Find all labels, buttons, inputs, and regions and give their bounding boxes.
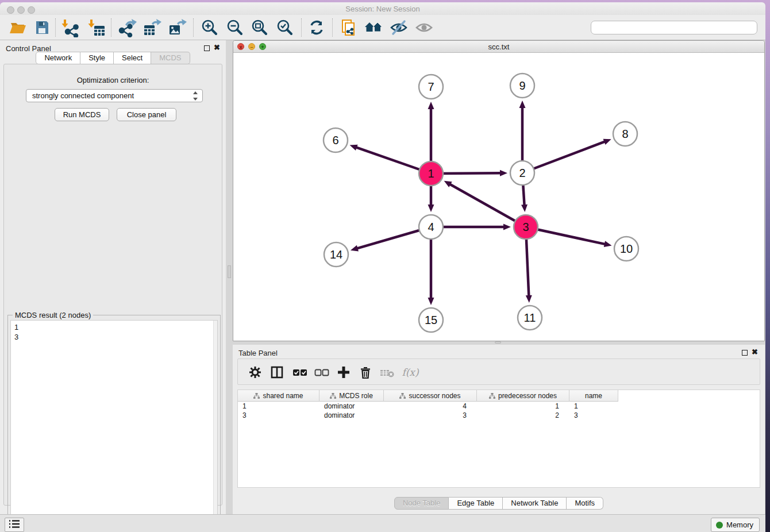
column-header-predecessor-nodes[interactable]: predecessor nodes [477,390,569,402]
arrowhead-4-3 [503,224,511,230]
mcds-result-group: MCDS result (2 nodes) 1 3 [7,315,221,532]
graph-node-1[interactable]: 1 [419,161,443,186]
table-settings-button[interactable] [246,364,264,381]
cell-MCDS-role[interactable]: dominator [319,411,384,420]
gear-icon [248,365,262,379]
hide-selected-button[interactable] [388,18,409,37]
cell-MCDS-role[interactable]: dominator [319,402,384,411]
result-scrollbar[interactable] [213,321,217,529]
edge-2-8[interactable] [522,141,605,173]
import-table-button[interactable] [86,18,107,37]
graph-node-15[interactable]: 15 [419,308,443,332]
column-type-icon [253,393,260,399]
show-hidden-button[interactable] [414,18,434,37]
close-panel-icon[interactable]: ✖ [214,43,220,52]
home-icon [364,18,383,37]
vertical-splitter-grip[interactable] [228,265,231,278]
node-table: shared nameMCDS rolesuccessor nodesprede… [237,390,760,488]
node-label: 6 [332,134,338,147]
zoom-in-icon [199,18,219,37]
graph-node-3[interactable]: 3 [514,215,538,239]
delete-column-button[interactable] [356,364,375,381]
graph-node-11[interactable]: 11 [518,306,542,330]
tab-network-table[interactable]: Network Table [503,497,567,510]
float-panel-icon[interactable] [742,350,748,356]
zoom-out-icon [225,18,244,37]
cell-predecessor-nodes[interactable]: 2 [477,411,569,420]
edge-3-1[interactable] [449,184,526,227]
export-table-button[interactable] [141,18,162,37]
arrowhead-3-10 [604,241,612,247]
task-history-button[interactable] [5,518,24,532]
cell-successor-nodes[interactable]: 3 [384,411,477,420]
export-image-button[interactable] [167,18,187,37]
tab-edge-table[interactable]: Edge Table [449,497,503,510]
delete-table-button[interactable] [378,364,396,381]
memory-button[interactable]: Memory [711,518,760,532]
column-options-button[interactable] [268,364,286,381]
search-input[interactable] [591,21,757,34]
column-header-name[interactable]: name [569,390,618,402]
cell-shared-name[interactable]: 3 [238,411,319,420]
horizontal-splitter-grip[interactable] [495,341,501,344]
column-label: MCDS role [339,392,373,400]
create-column-button[interactable] [334,364,353,381]
graph-node-4[interactable]: 4 [419,215,443,239]
run-mcds-button[interactable]: Run MCDS [55,108,109,121]
tab-style[interactable]: Style [80,52,114,64]
column-header-MCDS-role[interactable]: MCDS role [319,390,384,402]
tab-select[interactable]: Select [114,52,151,64]
node-label: 2 [519,167,525,179]
graph-node-9[interactable]: 9 [510,74,534,98]
network-window-titlebar: x – + scc.txt [233,41,764,53]
tab-motifs[interactable]: Motifs [567,497,603,510]
close-panel-icon[interactable]: ✖ [752,348,758,356]
zoom-out-button[interactable] [224,18,245,37]
select-all-columns-button[interactable] [291,364,309,381]
tab-mcds[interactable]: MCDS [151,52,190,64]
cell-successor-nodes[interactable]: 4 [384,402,477,411]
zoom-selected-button[interactable] [274,18,295,37]
column-header-successor-nodes[interactable]: successor nodes [384,390,477,402]
open-session-button[interactable] [7,18,28,37]
column-header-shared-name[interactable]: shared name [238,390,319,402]
graph-node-8[interactable]: 8 [613,122,637,146]
plus-icon [337,365,351,379]
graph-node-2[interactable]: 2 [510,161,534,185]
table-row: 1dominator411 [238,402,760,411]
zoom-fit-button[interactable] [249,18,270,37]
node-label: 3 [522,221,529,233]
arrowhead-4-14 [351,245,359,252]
import-table-icon [87,18,106,37]
cell-name[interactable]: 3 [569,411,618,420]
graph-node-7[interactable]: 7 [419,75,443,99]
network-canvas[interactable]: 7968124314101511 [233,53,764,341]
function-builder-button[interactable]: f(x) [399,364,422,381]
tab-network[interactable]: Network [36,52,80,64]
cell-predecessor-nodes[interactable]: 1 [477,402,569,411]
graph-node-10[interactable]: 10 [614,237,638,261]
node-label: 10 [620,242,633,255]
criterion-select[interactable]: strongly connected component [26,89,203,102]
window-title: Session: New Session [0,5,765,13]
cell-name[interactable]: 1 [569,402,618,411]
apply-layout-button[interactable] [306,18,327,37]
import-network-button[interactable] [60,18,80,37]
mcds-result-area[interactable]: 1 3 [10,320,218,529]
node-label: 8 [622,128,628,140]
tab-node-table[interactable]: Node Table [394,497,449,510]
export-network-button[interactable] [117,18,138,37]
zoom-selected-icon [275,18,294,37]
graph-node-14[interactable]: 14 [324,242,348,267]
zoom-in-button[interactable] [199,18,220,37]
cell-shared-name[interactable]: 1 [238,402,319,411]
show-all-networks-button[interactable] [363,18,384,37]
save-session-button[interactable] [32,18,52,37]
float-panel-icon[interactable] [204,45,210,51]
graph-node-6[interactable]: 6 [324,128,348,152]
deselect-all-columns-button[interactable] [313,364,331,381]
arrowhead-1-6 [350,145,358,151]
close-panel-button[interactable]: Close panel [117,108,176,121]
arrowhead-4-15 [428,298,434,305]
duplicate-network-button[interactable] [338,18,359,37]
